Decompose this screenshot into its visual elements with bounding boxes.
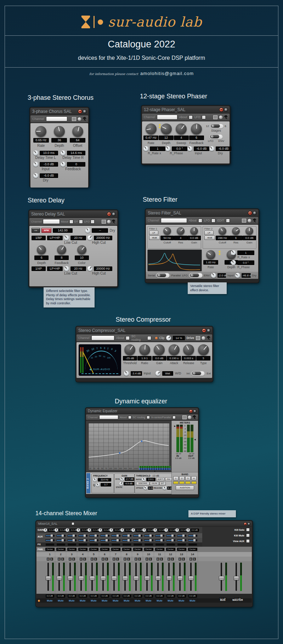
pan-value[interactable]: Center [45,548,55,551]
close-button[interactable]: ✕ [248,523,250,525]
solo-button[interactable]: S [116,558,119,560]
aux2-slider[interactable] [166,539,175,541]
pan-value[interactable]: Center [89,548,98,551]
fader-handle[interactable] [123,576,128,580]
about-checkbox[interactable] [198,219,202,223]
delay-titlebar[interactable]: Stereo Delay SAL ✕ [29,211,117,217]
knob[interactable] [191,123,202,134]
aux2-slider[interactable] [111,539,120,541]
midi-plug-icon[interactable] [253,218,256,223]
param-knob[interactable] [33,162,38,167]
dry-knob[interactable] [235,273,240,278]
mute-button[interactable]: M [80,558,83,560]
gain-knob[interactable] [131,528,135,532]
bus-fader-handle[interactable] [219,576,224,580]
high-cut-knob[interactable] [87,266,92,271]
fx-slot[interactable] [79,544,87,546]
static-gain-knob[interactable] [119,482,123,485]
out-arrow-icon[interactable]: ◀ [194,438,196,441]
aux2-slider[interactable] [177,539,186,541]
mute-button[interactable]: M [102,558,104,560]
eq-graph[interactable]: 2030405070100200300400600100020003000500… [88,423,170,470]
knob[interactable] [177,227,185,235]
minimize-button[interactable] [220,108,223,111]
sc-routing-checkbox[interactable] [147,336,151,340]
aux2-slider[interactable] [78,539,87,541]
bpm-button[interactable]: BPM [41,228,51,233]
master-fader-handle[interactable] [234,576,239,580]
dry-knob[interactable] [85,228,90,233]
fx-slot[interactable] [166,544,175,546]
attack-knob[interactable] [144,486,147,490]
aux1-slider[interactable] [45,535,55,537]
filter-titlebar[interactable]: Stereo Filter_SAL ✕ [146,209,258,216]
fx-slot[interactable] [123,544,131,546]
soft-button[interactable]: SOFT [156,477,164,481]
close-button[interactable]: ✕ [207,329,210,332]
preset-buffer-icon[interactable] [102,220,106,224]
aux1-slider[interactable] [166,535,175,537]
param-knob[interactable] [33,173,38,178]
knob[interactable] [183,344,194,355]
lfo-checkbox[interactable] [202,115,206,119]
midi-plug-icon[interactable] [83,117,86,121]
mute-button[interactable]: M [168,558,170,560]
high-cut-knob[interactable] [87,235,92,240]
fx-slot[interactable] [112,544,120,546]
mute-button[interactable]: M [69,558,72,560]
aux2-slider[interactable] [56,539,66,541]
bypass-icon[interactable] [202,336,205,340]
aux2-slider[interactable] [45,539,55,541]
knob[interactable] [124,344,135,355]
aux1-slider[interactable] [100,535,109,537]
ms-button[interactable]: ms [32,228,40,233]
q-knob[interactable] [96,483,100,487]
rate-knob[interactable] [206,250,215,259]
mute-button[interactable]: M [113,558,115,560]
kill-checkbox[interactable] [246,534,250,537]
solo-button[interactable]: S [61,558,64,560]
about-checkbox[interactable] [128,416,131,419]
bypass-icon[interactable] [107,220,111,224]
solo-button[interactable]: S [171,558,174,560]
knob[interactable] [190,227,198,235]
input-knob[interactable] [124,371,129,376]
knob[interactable] [146,123,157,134]
gain-knob[interactable] [186,528,190,532]
lfo-env-switch[interactable] [209,134,223,139]
knob[interactable] [176,123,187,134]
preset-buffer-icon[interactable] [196,336,200,340]
filter-type[interactable]: LP+HP [47,236,63,240]
mute-button[interactable]: M [124,558,126,560]
knob[interactable] [54,126,65,137]
knob[interactable] [37,245,46,254]
pan-value[interactable]: Center [177,548,186,551]
time-division[interactable]: 1/8P [32,236,46,240]
preset-buffer-icon[interactable] [72,117,76,121]
mute-button[interactable]: M [58,558,61,560]
pan-value[interactable]: Center [144,548,153,551]
minimize-button[interactable] [189,410,192,413]
fader-handle[interactable] [177,576,183,580]
about-checkbox[interactable] [69,220,73,224]
solo-button[interactable]: S [83,558,86,560]
wd-knob[interactable] [155,371,160,376]
mode-switch[interactable] [189,273,203,278]
mute-button[interactable]: M [146,558,148,560]
drive-knob[interactable] [166,335,171,340]
solo-button[interactable]: S [138,558,141,560]
aux1-slider[interactable] [89,535,98,537]
minimize-button[interactable] [107,212,111,216]
mixer-titlebar[interactable]: Mixer14_SAL ✕ [36,521,252,526]
fx-slot[interactable] [177,544,186,546]
band-on-led[interactable] [173,481,179,484]
aux2-slider[interactable] [67,539,77,541]
mute-button[interactable]: M [189,558,192,560]
aux1-slider[interactable] [177,535,186,537]
knob[interactable] [198,344,209,355]
gain-knob[interactable] [77,528,80,532]
edit-checkbox[interactable] [226,219,230,223]
lfo-checkbox[interactable] [211,219,215,223]
band-button[interactable]: 2 [179,476,185,481]
solo-button[interactable]: S [149,558,152,560]
